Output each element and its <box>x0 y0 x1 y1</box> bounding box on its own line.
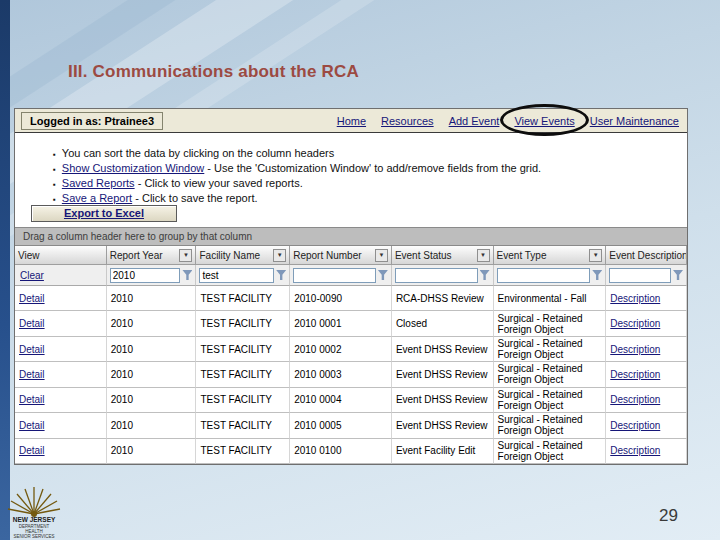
filter-funnel-icon[interactable] <box>378 270 388 280</box>
column-header-report-year[interactable]: Report Year▼ <box>107 246 197 265</box>
bullet-text: Save a Report - Click to save the report… <box>62 192 258 204</box>
nj-health-department-logo: NEW JERSEY DEPARTMENT HEALTH SENIOR SERV… <box>2 476 86 540</box>
description-link[interactable]: Description <box>610 344 660 355</box>
event-type-value: Surgical - Retained Foreign Object <box>498 363 602 385</box>
report-number-value: 2010 0001 <box>294 318 341 329</box>
filter-input-event-type[interactable] <box>497 268 591 283</box>
cell-event-status: Event DHSS Review <box>392 362 494 387</box>
detail-link[interactable]: Detail <box>19 394 45 405</box>
cell-report-number: 2010 0100 <box>290 439 392 464</box>
event-type-value: Surgical - Retained Foreign Object <box>498 389 602 411</box>
column-header-label: Report Year <box>110 250 163 261</box>
report-year-value: 2010 <box>111 420 133 431</box>
column-header-view[interactable]: View <box>15 246 107 265</box>
nav-link-resources[interactable]: Resources <box>381 115 434 127</box>
cell-event-description: Description <box>606 413 687 438</box>
filter-input-facility-name[interactable] <box>199 268 274 283</box>
group-by-bar[interactable]: Drag a column header here to group by th… <box>15 227 687 246</box>
filter-funnel-icon[interactable] <box>480 270 490 280</box>
column-header-report-number[interactable]: Report Number▼ <box>290 246 392 265</box>
instruction-bullet: ▪You can sort the data by clicking on th… <box>53 147 687 159</box>
nav-link-home[interactable]: Home <box>337 115 366 127</box>
detail-link[interactable]: Detail <box>19 420 45 431</box>
detail-link[interactable]: Detail <box>19 369 45 380</box>
facility-name-value: TEST FACILITY <box>200 293 272 304</box>
instruction-bullet: ▪Save a Report - Click to save the repor… <box>53 192 687 204</box>
bullet-text: You can sort the data by clicking on the… <box>62 147 334 159</box>
filter-input-report-year[interactable] <box>110 268 181 283</box>
bullet-link-save-a-report[interactable]: Save a Report <box>62 192 132 204</box>
cell-facility-name: TEST FACILITY <box>196 413 290 438</box>
filter-cell-facility-name <box>196 265 290 286</box>
bullet-link-saved-reports[interactable]: Saved Reports <box>62 177 135 189</box>
cell-view: Detail <box>15 413 107 438</box>
cell-report-year: 2010 <box>107 388 197 413</box>
column-header-event-type[interactable]: Event Type▼ <box>494 246 607 265</box>
description-link[interactable]: Description <box>610 420 660 431</box>
detail-link[interactable]: Detail <box>19 445 45 456</box>
cell-report-year: 2010 <box>107 413 197 438</box>
cell-report-number: 2010 0001 <box>290 311 392 336</box>
cell-event-status: Event Facility Edit <box>392 439 494 464</box>
slide: III. Communications about the RCA Logged… <box>0 0 720 540</box>
column-header-facility-name[interactable]: Facility Name▼ <box>196 246 290 265</box>
cell-report-number: 2010 0004 <box>290 388 392 413</box>
description-link[interactable]: Description <box>610 318 660 329</box>
description-link[interactable]: Description <box>610 369 660 380</box>
column-dropdown-icon[interactable]: ▼ <box>477 249 490 262</box>
event-status-value: RCA-DHSS Review <box>396 293 484 304</box>
filter-cell-event-type <box>494 265 607 286</box>
slide-title: III. Communications about the RCA <box>68 62 359 82</box>
nav-link-view-events[interactable]: View Events <box>514 115 574 127</box>
filter-input-report-number[interactable] <box>293 268 376 283</box>
column-dropdown-icon[interactable]: ▼ <box>179 249 192 262</box>
cell-event-description: Description <box>606 439 687 464</box>
cell-report-number: 2010 0005 <box>290 413 392 438</box>
clear-filters-link[interactable]: Clear <box>20 270 44 281</box>
cell-view: Detail <box>15 439 107 464</box>
event-status-value: Event Facility Edit <box>396 445 475 456</box>
description-link[interactable]: Description <box>610 293 660 304</box>
column-header-label: Facility Name <box>199 250 260 261</box>
report-number-value: 2010-0090 <box>294 293 342 304</box>
logo-text-line: NEW JERSEY <box>13 516 56 523</box>
column-dropdown-icon[interactable]: ▼ <box>273 249 286 262</box>
column-dropdown-icon[interactable]: ▼ <box>375 249 388 262</box>
report-year-value: 2010 <box>111 445 133 456</box>
report-year-value: 2010 <box>111 394 133 405</box>
bullet-text: Saved Reports - Click to view your saved… <box>62 177 303 189</box>
bullet-link-show-customization-window[interactable]: Show Customization Window <box>62 162 204 174</box>
filter-funnel-icon[interactable] <box>673 270 683 280</box>
description-link[interactable]: Description <box>610 394 660 405</box>
filter-input-event-status[interactable] <box>395 268 478 283</box>
filter-funnel-icon[interactable] <box>592 270 602 280</box>
filter-input-event-description[interactable] <box>609 268 671 283</box>
column-header-event-description[interactable]: Event Description <box>606 246 687 265</box>
description-link[interactable]: Description <box>610 445 660 456</box>
cell-event-type: Surgical - Retained Foreign Object <box>494 413 607 438</box>
event-type-value: Environmental - Fall <box>498 293 587 304</box>
filter-cell-event-status <box>392 265 494 286</box>
cell-report-number: 2010 0003 <box>290 362 392 387</box>
detail-link[interactable]: Detail <box>19 293 45 304</box>
table-row: Detail2010TEST FACILITY2010 0003Event DH… <box>15 362 687 387</box>
export-to-excel-button[interactable]: Export to Excel <box>31 205 177 222</box>
column-header-label: Event Type <box>497 250 547 261</box>
event-type-value: Surgical - Retained Foreign Object <box>498 414 602 436</box>
nav-link-user-maintenance[interactable]: User Maintenance <box>590 115 679 127</box>
detail-link[interactable]: Detail <box>19 344 45 355</box>
column-dropdown-icon[interactable]: ▼ <box>589 249 602 262</box>
cell-view: Detail <box>15 286 107 311</box>
column-header-event-status[interactable]: Event Status▼ <box>392 246 494 265</box>
column-header-label: Event Description <box>609 250 687 261</box>
cell-event-description: Description <box>606 337 687 362</box>
cell-event-status: Event DHSS Review <box>392 388 494 413</box>
report-number-value: 2010 0100 <box>294 445 341 456</box>
detail-link[interactable]: Detail <box>19 318 45 329</box>
filter-funnel-icon[interactable] <box>182 270 192 280</box>
cell-view: Detail <box>15 311 107 336</box>
cell-report-year: 2010 <box>107 362 197 387</box>
nav-link-add-event[interactable]: Add Event <box>449 115 500 127</box>
cell-report-number: 2010 0002 <box>290 337 392 362</box>
filter-funnel-icon[interactable] <box>276 270 286 280</box>
